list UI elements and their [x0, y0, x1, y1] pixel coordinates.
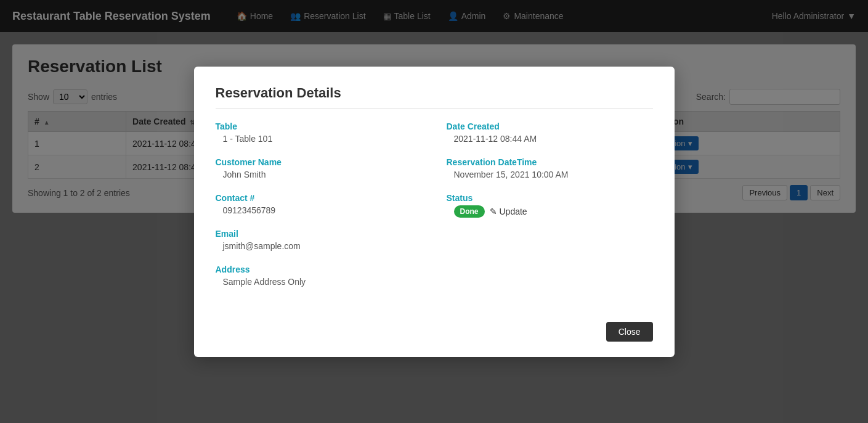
- address-label: Address: [216, 265, 422, 274]
- modal-title: Reservation Details: [216, 85, 653, 109]
- date-created-label: Date Created: [447, 121, 653, 131]
- customer-name-value: John Smith: [216, 170, 422, 179]
- contact-label: Contact #: [216, 193, 422, 203]
- detail-group-table: Table 1 - Table 101: [216, 121, 422, 144]
- date-created-value: 2021-11-12 08:44 AM: [447, 134, 653, 144]
- table-label: Table: [216, 121, 422, 131]
- detail-group-address: Address Sample Address Only: [216, 265, 422, 287]
- detail-group-customer: Customer Name John Smith: [216, 157, 422, 179]
- customer-name-label: Customer Name: [216, 157, 422, 167]
- reservation-datetime-value: November 15, 2021 10:00 AM: [447, 170, 653, 179]
- detail-group-date-created: Date Created 2021-11-12 08:44 AM: [447, 121, 653, 144]
- modal: Reservation Details Table 1 - Table 101 …: [194, 67, 675, 357]
- detail-group-email: Email jsmith@sample.com: [216, 229, 422, 251]
- table-value: 1 - Table 101: [216, 134, 422, 144]
- email-value: jsmith@sample.com: [216, 241, 422, 251]
- reservation-datetime-label: Reservation DateTime: [447, 157, 653, 167]
- modal-overlay: Reservation Details Table 1 - Table 101 …: [0, 0, 868, 423]
- detail-group-reservation-datetime: Reservation DateTime November 15, 2021 1…: [447, 157, 653, 179]
- update-label: Update: [500, 207, 527, 216]
- status-row: Done ✎ Update: [447, 205, 653, 218]
- contact-value: 09123456789: [216, 205, 422, 215]
- modal-status-badge: Done: [454, 205, 485, 218]
- edit-icon: ✎: [490, 207, 497, 216]
- modal-footer: Close: [216, 313, 653, 342]
- status-label: Status: [447, 193, 653, 203]
- modal-right-column: Date Created 2021-11-12 08:44 AM Reserva…: [447, 121, 653, 300]
- detail-group-status: Status Done ✎ Update: [447, 193, 653, 218]
- modal-body: Table 1 - Table 101 Customer Name John S…: [216, 121, 653, 300]
- modal-left-column: Table 1 - Table 101 Customer Name John S…: [216, 121, 422, 300]
- update-link[interactable]: ✎ Update: [490, 207, 527, 216]
- email-label: Email: [216, 229, 422, 239]
- address-value: Sample Address Only: [216, 277, 422, 287]
- close-button[interactable]: Close: [606, 322, 653, 342]
- detail-group-contact: Contact # 09123456789: [216, 193, 422, 215]
